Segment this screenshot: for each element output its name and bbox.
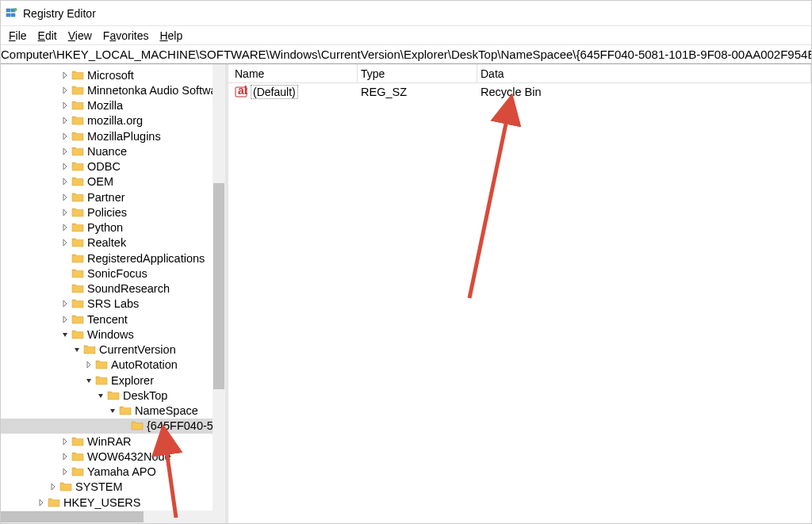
menu-file[interactable]: File: [4, 28, 32, 44]
tree-item-label: WinRAR: [87, 435, 132, 448]
folder-icon: [71, 146, 84, 157]
tree-item[interactable]: SonicFocus: [1, 266, 225, 281]
expand-icon[interactable]: [60, 147, 70, 156]
expand-icon[interactable]: [48, 482, 58, 491]
folder-icon: [71, 70, 84, 81]
tree-item-label: mozilla.org: [87, 114, 143, 127]
folder-icon: [71, 451, 84, 462]
folder-icon: [71, 192, 84, 203]
tree-item-label: RegisteredApplications: [87, 252, 205, 265]
tree-item[interactable]: Mozilla: [1, 98, 225, 113]
tree-item[interactable]: ODBC: [1, 159, 225, 174]
folder-icon: [71, 161, 84, 172]
tree-item-label: Partner: [87, 191, 125, 204]
tree-item[interactable]: CurrentVersion: [1, 342, 225, 358]
tree-item-label: AutoRotation: [111, 358, 178, 371]
folder-icon: [71, 131, 84, 142]
expand-icon[interactable]: [60, 452, 70, 461]
titlebar: Registry Editor: [1, 1, 811, 26]
expand-icon[interactable]: [60, 116, 70, 125]
expand-icon[interactable]: [60, 315, 70, 324]
address-bar[interactable]: Computer\HKEY_LOCAL_MACHINE\SOFTWARE\Win…: [1, 45, 811, 64]
folder-icon: [131, 420, 144, 431]
tree-item[interactable]: NameSpace: [1, 404, 225, 419]
tree-item-label: Tencent: [87, 313, 128, 326]
menu-view[interactable]: View: [63, 28, 97, 44]
collapse-icon[interactable]: [108, 406, 117, 415]
expand-icon[interactable]: [60, 132, 70, 141]
tree-item[interactable]: Policies: [1, 205, 225, 220]
collapse-icon[interactable]: [84, 376, 94, 385]
tree-item-label: SRS Labs: [87, 297, 139, 310]
expand-icon[interactable]: [60, 223, 70, 232]
tree-item[interactable]: Explorer: [1, 373, 225, 388]
column-header-name[interactable]: Name: [232, 64, 358, 82]
tree-view[interactable]: Microsoft Minnetonka Audio Software Mozi…: [1, 64, 225, 523]
tree-item[interactable]: WOW6432Node: [1, 449, 225, 464]
expand-icon[interactable]: [60, 208, 70, 217]
tree-item[interactable]: Python: [1, 220, 225, 235]
folder-icon: [71, 222, 84, 233]
menu-help[interactable]: Help: [155, 28, 187, 44]
expand-icon[interactable]: [60, 238, 70, 247]
expand-icon[interactable]: [60, 467, 70, 476]
scrollbar-thumb[interactable]: [1, 511, 144, 522]
menu-edit[interactable]: Edit: [33, 28, 62, 44]
tree-item[interactable]: Nuance: [1, 143, 225, 159]
expand-icon[interactable]: [36, 498, 46, 507]
tree-item[interactable]: HKEY_USERS: [1, 495, 225, 510]
scrollbar-thumb[interactable]: [213, 183, 224, 389]
collapse-icon[interactable]: [72, 345, 82, 354]
expand-icon[interactable]: [60, 177, 70, 186]
tree-item[interactable]: MozillaPlugins: [1, 128, 225, 143]
content-area: Microsoft Minnetonka Audio Software Mozi…: [1, 64, 811, 523]
address-path: Computer\HKEY_LOCAL_MACHINE\SOFTWARE\Win…: [1, 48, 811, 61]
expand-icon[interactable]: [60, 193, 70, 202]
tree-item[interactable]: Minnetonka Audio Software: [1, 82, 225, 98]
folder-icon: [71, 115, 84, 126]
tree-item[interactable]: Realtek: [1, 235, 225, 251]
expand-icon[interactable]: [60, 162, 70, 171]
menubar: File Edit View Favorites Help: [1, 26, 811, 45]
expand-icon[interactable]: [60, 101, 70, 110]
tree-item[interactable]: SYSTEM: [1, 480, 225, 495]
tree-item[interactable]: AutoRotation: [1, 358, 225, 373]
folder-icon: [71, 100, 84, 111]
tree-item[interactable]: mozilla.org: [1, 113, 225, 128]
svg-rect-2: [6, 13, 10, 17]
value-name-cell: ab (Default): [232, 85, 358, 99]
tree-item[interactable]: Tencent: [1, 312, 225, 327]
tree-vertical-scrollbar[interactable]: [213, 64, 225, 511]
folder-icon: [71, 176, 84, 187]
tree-item[interactable]: SoundResearch: [1, 281, 225, 296]
expand-icon[interactable]: [60, 299, 70, 308]
collapse-icon[interactable]: [60, 330, 70, 339]
expand-icon[interactable]: [84, 360, 94, 369]
column-header-data[interactable]: Data: [477, 64, 811, 82]
tree-item[interactable]: Microsoft: [1, 67, 225, 82]
value-row[interactable]: ab (Default) REG_SZ Recycle Bin: [228, 83, 811, 101]
svg-rect-0: [6, 9, 10, 12]
tree-item[interactable]: WinRAR: [1, 434, 225, 449]
tree-item[interactable]: SRS Labs: [1, 296, 225, 312]
folder-icon: [71, 466, 84, 477]
tree-item[interactable]: Partner: [1, 189, 225, 205]
folder-icon: [71, 298, 84, 309]
tree-item[interactable]: Yamaha APO: [1, 465, 225, 480]
expand-icon[interactable]: [60, 437, 70, 446]
expand-icon[interactable]: [60, 86, 70, 95]
values-body[interactable]: ab (Default) REG_SZ Recycle Bin: [228, 83, 811, 523]
tree-item[interactable]: OEM: [1, 174, 225, 189]
menu-favorites[interactable]: Favorites: [98, 28, 154, 44]
string-value-icon: ab: [235, 86, 247, 98]
expand-icon[interactable]: [60, 71, 70, 80]
collapse-icon[interactable]: [96, 391, 105, 400]
tree-item[interactable]: {645FF040-508: [1, 419, 225, 434]
tree-horizontal-scrollbar[interactable]: [1, 511, 225, 523]
column-header-type[interactable]: Type: [358, 64, 477, 82]
tree-item[interactable]: DeskTop: [1, 388, 225, 403]
window-title: Registry Editor: [23, 7, 96, 20]
tree-item-label: HKEY_USERS: [63, 496, 141, 509]
tree-item[interactable]: Windows: [1, 327, 225, 342]
tree-item[interactable]: RegisteredApplications: [1, 251, 225, 266]
